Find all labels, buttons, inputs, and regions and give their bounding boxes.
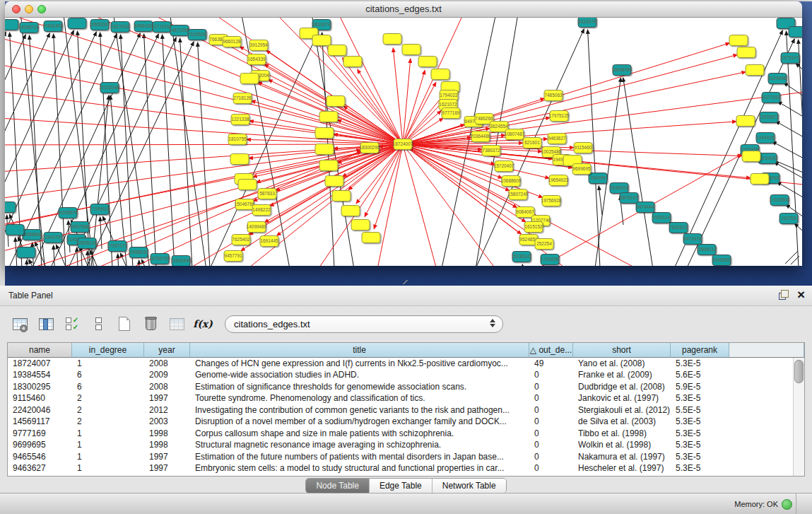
column-header-in_degree[interactable]: in_degree [72, 343, 144, 358]
svg-text:14671358: 14671358 [170, 28, 190, 33]
graph-node[interactable] [315, 128, 334, 139]
tab-edge-table[interactable]: Edge Table [370, 479, 433, 493]
cell-name: 9115460 [8, 392, 72, 404]
cell-name: 9777169 [8, 428, 72, 439]
tab-network-table[interactable]: Network Table [433, 479, 506, 493]
svg-text:19654923: 19654923 [548, 177, 569, 182]
table-row[interactable]: 946554611997Estimation of the future num… [8, 451, 804, 462]
graph-node[interactable] [789, 27, 802, 37]
function-builder-icon[interactable]: f(x) [193, 314, 213, 334]
graph-node[interactable] [326, 96, 345, 107]
panel-splitter-handle[interactable] [403, 280, 408, 284]
cell-title: Embryonic stem cells: a model to study s… [190, 462, 529, 474]
table-row[interactable]: 977716911998Corpus callosum shape and si… [8, 428, 804, 439]
citation-network-graph[interactable]: 2405572420691406106532871527602846616010… [5, 18, 802, 266]
graph-node[interactable] [402, 45, 420, 55]
graph-node[interactable] [238, 180, 257, 190]
svg-text:164095: 164095 [590, 175, 606, 180]
graph-node[interactable] [737, 47, 755, 58]
column-header-short[interactable]: short [573, 343, 671, 358]
cell-pagerank: 5.6E-5 [671, 369, 729, 380]
graph-node[interactable] [325, 176, 343, 187]
svg-text:1615152: 1615152 [524, 224, 543, 229]
scrollbar-thumb[interactable] [794, 360, 804, 383]
table-row[interactable]: 1456911722003Disruption of a novel membe… [8, 416, 804, 427]
svg-text:10025488: 10025488 [541, 149, 562, 154]
graph-node[interactable] [383, 34, 401, 45]
graph-node[interactable] [319, 112, 338, 122]
table-row[interactable]: 1938455462009Genome-wide association stu… [8, 369, 804, 380]
cell-in_degree: 6 [72, 369, 144, 380]
graph-node[interactable] [315, 144, 334, 155]
graph-node[interactable] [751, 174, 769, 185]
graph-node[interactable] [5, 20, 18, 30]
svg-text:587833: 587833 [259, 191, 275, 196]
cell-year: 2003 [144, 416, 190, 427]
graph-node[interactable] [736, 116, 755, 127]
cell-pagerank: 5.3E-5 [671, 416, 729, 427]
new-column-icon[interactable] [114, 314, 134, 334]
select-columns-icon[interactable]: ✓✓ [62, 314, 82, 334]
graph-node[interactable] [362, 233, 380, 243]
column-header-pagerank[interactable]: pagerank [671, 343, 729, 358]
tab-node-table[interactable]: Node Table [306, 479, 370, 493]
delete-table-icon[interactable] [167, 314, 187, 334]
svg-text:12093872: 12093872 [759, 115, 779, 119]
graph-node[interactable] [746, 65, 764, 76]
table-vertical-scrollbar[interactable] [793, 358, 804, 476]
svg-text:22942757: 22942757 [43, 235, 64, 240]
svg-text:18724007: 18724007 [393, 141, 413, 146]
table-row[interactable]: 1830029562008Estimation of significance … [8, 381, 804, 392]
close-panel-icon[interactable]: × [797, 288, 805, 301]
table-row[interactable]: 1872400712008Changes of HCN gene express… [8, 358, 804, 369]
graph-node[interactable] [343, 57, 362, 67]
graph-node[interactable] [68, 18, 86, 29]
graph-node[interactable] [341, 206, 360, 216]
delete-columns-icon[interactable] [141, 314, 160, 334]
table-panel: Table Panel × ✓✓f(x) citations_edges.txt… [0, 286, 812, 493]
graph-node[interactable] [312, 35, 331, 46]
cell-pagerank: 5.3E-5 [671, 392, 729, 404]
cell-pagerank: 5.3E-5 [671, 451, 729, 462]
graph-node[interactable] [6, 225, 24, 235]
graph-node[interactable] [332, 191, 351, 201]
column-header-title[interactable]: title [190, 343, 529, 358]
graph-node[interactable] [17, 247, 35, 258]
table-settings-icon[interactable] [10, 314, 30, 334]
svg-text:7515526: 7515526 [188, 32, 206, 37]
table-row[interactable]: 969969511998Structural magnetic resonanc… [8, 439, 804, 450]
table-selector-dropdown[interactable]: citations_edges.txt [225, 315, 503, 333]
graph-node[interactable] [431, 69, 449, 80]
status-bar: Memory: OK [0, 493, 812, 514]
table-row[interactable]: 911546021997Tourette syndrome. Phenomeno… [8, 392, 804, 404]
cell-title: Investigating the contribution of common… [190, 404, 529, 416]
row-height-icon[interactable] [88, 314, 108, 334]
show-columns-icon[interactable] [36, 314, 56, 334]
table-row[interactable]: 2242004622012Investigating the contribut… [8, 404, 804, 416]
cell-pagerank: 5.9E-5 [671, 381, 729, 392]
graph-node[interactable] [230, 154, 249, 165]
column-header-out_degree[interactable]: △ out_de... [529, 343, 573, 358]
cell-short: Dudbridge et al. (2008) [573, 381, 671, 392]
table-header-row: namein_degreeyeartitle△ out_de...shortpa… [8, 343, 804, 358]
table-row[interactable]: 946362711997Embryonic stem cells: a mode… [8, 462, 804, 474]
graph-node[interactable] [5, 202, 16, 213]
node-table: namein_degreeyeartitle△ out_de...shortpa… [7, 342, 805, 477]
column-header-name[interactable]: name [8, 343, 72, 358]
graph-node[interactable] [240, 74, 259, 84]
graph-node[interactable] [742, 151, 760, 162]
svg-text:15136141: 15136141 [512, 254, 532, 259]
graph-node[interactable] [729, 35, 748, 46]
column-header-year[interactable]: year [144, 343, 190, 358]
cell-year: 2012 [144, 404, 190, 416]
network-canvas[interactable]: 2405572420691406106532871527602846616010… [5, 18, 802, 266]
graph-node[interactable] [328, 45, 346, 56]
svg-text:24055724: 24055724 [19, 25, 40, 30]
window-titlebar[interactable]: citations_edges.txt [5, 1, 802, 18]
graph-node[interactable] [418, 57, 437, 67]
graph-node[interactable] [319, 160, 338, 171]
svg-text:1810755: 1810755 [228, 136, 247, 141]
memory-ok-indicator[interactable] [782, 499, 792, 510]
graph-node[interactable] [351, 220, 370, 230]
float-panel-icon[interactable] [779, 290, 789, 300]
